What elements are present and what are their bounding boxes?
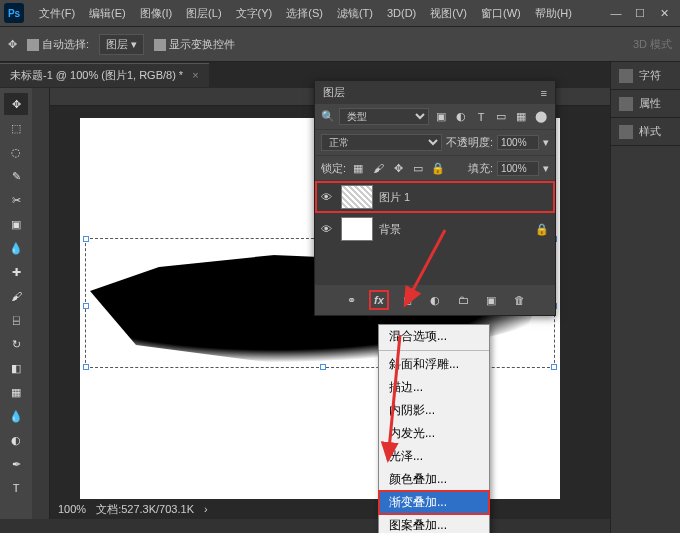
menu-3d[interactable]: 3D(D) — [380, 7, 423, 19]
opacity-label: 不透明度: — [446, 135, 493, 150]
layer-mask-icon[interactable]: ◻ — [398, 291, 416, 309]
mode-3d-label: 3D 模式 — [633, 37, 672, 52]
lock-all-icon[interactable]: 🔒 — [430, 160, 446, 176]
filter-text-icon[interactable]: T — [473, 109, 489, 125]
filter-shape-icon[interactable]: ▭ — [493, 109, 509, 125]
eyedropper-tool[interactable]: 💧 — [4, 237, 28, 259]
blur-tool[interactable]: 💧 — [4, 405, 28, 427]
fill-input[interactable] — [497, 161, 539, 176]
menu-view[interactable]: 视图(V) — [423, 6, 474, 21]
styles-icon — [619, 125, 633, 139]
pen-tool[interactable]: ✒ — [4, 453, 28, 475]
lock-pixels-icon[interactable]: 🖌 — [370, 160, 386, 176]
delete-layer-icon[interactable]: 🗑 — [510, 291, 528, 309]
tab-title: 未标题-1 @ 100% (图片1, RGB/8) * — [10, 69, 183, 81]
text-tool[interactable]: T — [4, 477, 28, 499]
panel-menu-icon[interactable]: ≡ — [541, 87, 547, 99]
menu-layer[interactable]: 图层(L) — [179, 6, 228, 21]
menu-file[interactable]: 文件(F) — [32, 6, 82, 21]
fx-menu-item[interactable]: 内阴影... — [379, 399, 489, 422]
move-tool[interactable]: ✥ — [4, 93, 28, 115]
autoselect-checkbox[interactable] — [27, 39, 39, 51]
menu-filter[interactable]: 滤镜(T) — [330, 6, 380, 21]
status-bar: 100% 文档:527.3K/703.1K › — [50, 499, 610, 519]
visibility-icon[interactable]: 👁 — [321, 223, 335, 235]
layer-name[interactable]: 背景 — [379, 222, 401, 237]
crop-tool[interactable]: ✂ — [4, 189, 28, 211]
new-layer-icon[interactable]: ▣ — [482, 291, 500, 309]
dodge-tool[interactable]: ◐ — [4, 429, 28, 451]
visibility-icon[interactable]: 👁 — [321, 191, 335, 203]
menu-help[interactable]: 帮助(H) — [528, 6, 579, 21]
filter-smart-icon[interactable]: ▦ — [513, 109, 529, 125]
autoselect-target[interactable]: 图层 ▾ — [99, 34, 144, 55]
new-group-icon[interactable]: 🗀 — [454, 291, 472, 309]
lasso-tool[interactable]: ◌ — [4, 141, 28, 163]
layer-item[interactable]: 👁 图片 1 — [315, 181, 555, 213]
fx-menu-item[interactable]: 斜面和浮雕... — [379, 353, 489, 376]
chevron-down-icon[interactable]: ▾ — [543, 162, 549, 175]
move-tool-icon[interactable]: ✥ — [8, 38, 17, 51]
brush-tool[interactable]: 🖌 — [4, 285, 28, 307]
minimize-button[interactable]: — — [604, 3, 628, 23]
adjustment-layer-icon[interactable]: ◐ — [426, 291, 444, 309]
fx-menu-item[interactable]: 光泽... — [379, 445, 489, 468]
fx-menu-item-gradient-overlay[interactable]: 渐变叠加... — [379, 491, 489, 514]
menu-select[interactable]: 选择(S) — [279, 6, 330, 21]
showcontrols-checkbox[interactable] — [154, 39, 166, 51]
fx-menu-item[interactable]: 颜色叠加... — [379, 468, 489, 491]
gradient-tool[interactable]: ▦ — [4, 381, 28, 403]
properties-icon — [619, 97, 633, 111]
window-controls: — ☐ ✕ — [604, 3, 676, 23]
quick-select-tool[interactable]: ✎ — [4, 165, 28, 187]
fx-menu-item[interactable]: 混合选项... — [379, 325, 489, 348]
document-tab[interactable]: 未标题-1 @ 100% (图片1, RGB/8) * × — [0, 63, 209, 87]
opacity-input[interactable] — [497, 135, 539, 150]
search-icon: 🔍 — [321, 110, 335, 123]
character-panel[interactable]: 字符 — [611, 62, 680, 90]
stamp-tool[interactable]: ⌸ — [4, 309, 28, 331]
lock-artboard-icon[interactable]: ▭ — [410, 160, 426, 176]
layer-fx-button[interactable]: fx — [370, 291, 388, 309]
right-panels: 字符 属性 样式 — [610, 62, 680, 533]
styles-panel[interactable]: 样式 — [611, 118, 680, 146]
layer-name[interactable]: 图片 1 — [379, 190, 410, 205]
layer-thumbnail[interactable] — [341, 217, 373, 241]
maximize-button[interactable]: ☐ — [628, 3, 652, 23]
character-icon — [619, 69, 633, 83]
history-brush-tool[interactable]: ↻ — [4, 333, 28, 355]
eraser-tool[interactable]: ◧ — [4, 357, 28, 379]
frame-tool[interactable]: ▣ — [4, 213, 28, 235]
layer-item[interactable]: 👁 背景 🔒 — [315, 213, 555, 245]
healing-tool[interactable]: ✚ — [4, 261, 28, 283]
filter-toggle-icon[interactable]: ⬤ — [533, 109, 549, 125]
filter-pixel-icon[interactable]: ▣ — [433, 109, 449, 125]
lock-transparent-icon[interactable]: ▦ — [350, 160, 366, 176]
lock-position-icon[interactable]: ✥ — [390, 160, 406, 176]
menu-image[interactable]: 图像(I) — [133, 6, 179, 21]
properties-panel[interactable]: 属性 — [611, 90, 680, 118]
marquee-tool[interactable]: ⬚ — [4, 117, 28, 139]
fx-menu-item[interactable]: 图案叠加... — [379, 514, 489, 533]
filter-adjust-icon[interactable]: ◐ — [453, 109, 469, 125]
tab-close-icon[interactable]: × — [192, 69, 198, 81]
close-button[interactable]: ✕ — [652, 3, 676, 23]
fx-menu-item[interactable]: 描边... — [379, 376, 489, 399]
lock-label: 锁定: — [321, 161, 346, 176]
layer-filter-type[interactable]: 类型 — [339, 108, 429, 125]
zoom-level[interactable]: 100% — [58, 503, 86, 515]
lock-icon: 🔒 — [535, 223, 549, 236]
layer-list: 👁 图片 1 👁 背景 🔒 — [315, 181, 555, 285]
toolbar: ✥ ⬚ ◌ ✎ ✂ ▣ 💧 ✚ 🖌 ⌸ ↻ ◧ ▦ 💧 ◐ ✒ T — [0, 88, 32, 519]
status-chevron-icon[interactable]: › — [204, 503, 208, 515]
showcontrols-label: 显示变换控件 — [169, 38, 235, 50]
blend-mode-select[interactable]: 正常 — [321, 134, 442, 151]
fx-menu-item[interactable]: 内发光... — [379, 422, 489, 445]
menu-text[interactable]: 文字(Y) — [229, 6, 280, 21]
fill-label: 填充: — [468, 161, 493, 176]
chevron-down-icon[interactable]: ▾ — [543, 136, 549, 149]
link-layers-icon[interactable]: ⚭ — [342, 291, 360, 309]
menu-edit[interactable]: 编辑(E) — [82, 6, 133, 21]
menu-window[interactable]: 窗口(W) — [474, 6, 528, 21]
layer-thumbnail[interactable] — [341, 185, 373, 209]
